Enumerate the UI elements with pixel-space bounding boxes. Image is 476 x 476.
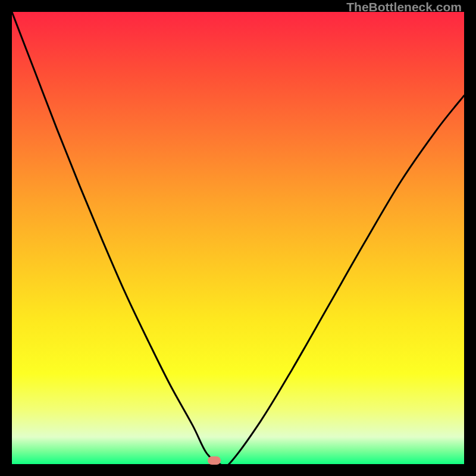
bottleneck-curve bbox=[12, 12, 464, 464]
watermark-text: TheBottleneck.com bbox=[346, 0, 462, 14]
optimal-point-marker bbox=[208, 456, 221, 465]
